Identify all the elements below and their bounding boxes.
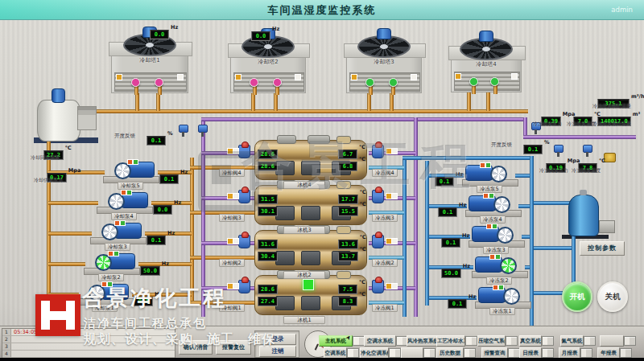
chiller-panel (301, 251, 320, 265)
control-params-button[interactable]: 控制参数 (580, 241, 625, 256)
nav-indicator-icon (389, 348, 401, 358)
pump-impeller-icon (114, 162, 131, 179)
alarm-reset-button[interactable]: 报警复位 (216, 340, 251, 355)
pipe (486, 89, 490, 111)
alarm-row[interactable]: 105:34:05 设备报警 (2, 329, 175, 336)
nav-button-row2-3[interactable] (401, 347, 423, 358)
tower-valve-icon[interactable] (469, 77, 478, 86)
pump-label: 冷却泵1 (92, 304, 118, 312)
pump-tag-icon (489, 193, 494, 199)
pump-impeller-icon (89, 285, 105, 302)
pump[interactable] (469, 224, 523, 248)
chilled-valve-label: 冷冻阀3 (372, 214, 398, 222)
nav-indicator-icon (584, 336, 596, 346)
pump-label: 冷冻泵3 (483, 246, 509, 254)
pump-impeller-icon (500, 257, 517, 274)
pump[interactable] (77, 281, 132, 306)
chiller-label: 冰机2 (283, 271, 325, 279)
login-button[interactable]: 登录 (259, 334, 296, 345)
chw-in-temp-reading: 15.5℃ (338, 201, 366, 216)
cooling-tower[interactable]: 冷却塔2 (230, 35, 306, 93)
tower-tag-icon (295, 74, 301, 80)
nav-button-row1-8[interactable] (600, 335, 624, 347)
nav-button-row1-7[interactable]: 氮气系统 (560, 335, 584, 347)
nav-button-row1-4[interactable]: 工艺冷却水系统 (436, 335, 465, 347)
stop-button[interactable]: 关机 (597, 281, 628, 312)
pump-impeller-icon (503, 288, 520, 305)
tower-label: 冷却塔1 (111, 56, 188, 64)
cooling-tower[interactable]: 冷却塔1 (111, 34, 188, 93)
chiller-panel (301, 206, 320, 220)
pump-speed-reading-value: 0.1 (441, 238, 460, 248)
bottom-toolbar: 105:34:05 设备报警234 确认/消音 报警复位 登录 注销 主机系统空… (0, 326, 644, 358)
expansion-tank[interactable] (568, 195, 599, 236)
left-valve-feedback-reading: 0.1% (147, 130, 173, 146)
alarm-row-number: 2 (2, 336, 11, 343)
pump[interactable] (84, 251, 138, 275)
nav-button-row2-8[interactable]: 年报表 (597, 347, 620, 358)
nav-button-row1-2[interactable]: 空调水系统 (364, 335, 396, 347)
nav-button-row2-4[interactable]: 历史数据 (436, 347, 464, 358)
tower-valve-icon[interactable] (155, 78, 163, 87)
tower-valve-icon[interactable] (131, 78, 140, 87)
tank-motor-icon (52, 88, 65, 103)
cooling-tower[interactable]: 冷却塔4 (451, 38, 522, 92)
alarm-row[interactable]: 4 (2, 351, 175, 358)
chilled-valve-icon[interactable] (372, 235, 384, 248)
tower-grille (114, 72, 187, 92)
nav-button-row2-2[interactable]: 净化空调系统 (360, 347, 389, 358)
cooling-tower[interactable]: 冷却塔3 (346, 35, 422, 93)
pump[interactable] (472, 254, 526, 278)
nav-button-row2-1[interactable]: 空调系统 (324, 347, 347, 358)
alarm-list[interactable]: 105:34:05 设备报警234 (2, 328, 175, 358)
pump-tag-icon (101, 281, 107, 287)
manual-valve-icon[interactable] (604, 153, 616, 162)
compressor-icon (336, 271, 351, 279)
nav-button-row1-6[interactable]: 真空系统 (519, 335, 542, 347)
nav-button-row1-1[interactable]: 主机系统 (319, 335, 353, 347)
nav-button-row2-6[interactable]: 日报表 (519, 347, 542, 358)
hmi-screen: 车间温湿度监控系统 admin 27.2℃ 冷却回水温度 0.17Mpa 冷却供… (0, 0, 644, 358)
pump-tag-icon (121, 190, 126, 195)
logged-in-user[interactable]: admin (611, 6, 633, 14)
water-treatment-tank[interactable] (37, 100, 80, 142)
pump-tag-icon (127, 159, 133, 165)
alarm-ack-button[interactable]: 确认/消音 (179, 340, 213, 355)
pump[interactable] (97, 190, 151, 214)
compressor-icon (336, 226, 351, 234)
makeup-pump[interactable] (599, 220, 615, 233)
chilled-valve-icon[interactable] (372, 280, 384, 293)
alarm-row[interactable]: 3 (2, 343, 175, 351)
nav-button-row1-3[interactable]: 风冷热泵系统 (407, 335, 437, 347)
pump-tag-icon (126, 190, 132, 195)
pump-speed-reading: 0.0Hz (153, 199, 181, 215)
running-indicator (303, 279, 314, 290)
pump[interactable] (90, 220, 145, 244)
chw-supply-press-label: 冷冻供水压力 (533, 121, 562, 128)
tower-tag-icon (116, 74, 122, 80)
pump-tag-icon (498, 285, 504, 290)
pump-tag-icon (493, 285, 498, 290)
cooling-valve-icon[interactable] (238, 235, 250, 248)
nav-button-row2-7[interactable]: 月报表 (559, 347, 580, 358)
pump-label: 冷冻泵2 (486, 277, 512, 285)
start-button[interactable]: 开机 (562, 281, 592, 312)
pump-impeller-icon (490, 166, 507, 183)
pump-tag-icon (486, 224, 492, 229)
cooling-valve-label: 冷却阀1 (219, 304, 245, 312)
pump[interactable] (103, 159, 158, 183)
pump-tag-icon (480, 162, 485, 168)
cooling-valve-icon[interactable] (238, 280, 250, 293)
logout-button[interactable]: 注销 (259, 346, 296, 357)
nav-button-row2-5[interactable]: 报警查询 (481, 347, 508, 358)
pump-tag-icon (114, 251, 119, 256)
alarm-row-number: 1 (2, 329, 11, 335)
chiller-panel (275, 251, 295, 265)
tower-valve-icon[interactable] (389, 78, 398, 87)
chw-in-temp-reading: 8.3℃ (338, 291, 365, 306)
tower-valve-icon[interactable] (273, 78, 282, 87)
nav-button-row1-5[interactable]: 压缩空气系统 (477, 335, 506, 347)
alarm-row[interactable]: 2 (2, 336, 175, 343)
pump[interactable] (475, 285, 530, 309)
alarm-row-number: 3 (2, 343, 11, 350)
